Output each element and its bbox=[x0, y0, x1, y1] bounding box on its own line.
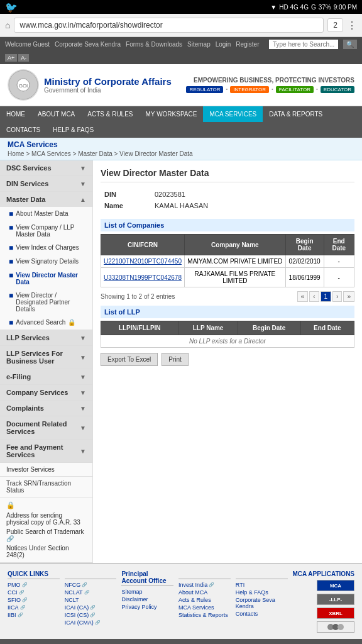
sidebar-item-advanced-search[interactable]: ■ Advanced Search 🔒 bbox=[0, 316, 92, 330]
nav-data-reports[interactable]: DATA & REPORTS bbox=[263, 106, 329, 122]
sidebar-company-services-header[interactable]: Company Services ▼ bbox=[0, 385, 92, 400]
sidebar-section-fee-payment: Fee and Payment Services ▼ bbox=[0, 440, 92, 463]
ql-iica[interactable]: IICA 🔗 bbox=[8, 604, 60, 611]
sidebar-item-about-master[interactable]: ■ About Master Data bbox=[0, 207, 92, 221]
sidebar-section-llp-business: LLP Services For Business User ▼ bbox=[0, 346, 92, 369]
pagination-last[interactable]: » bbox=[343, 291, 354, 302]
llp-app-badge[interactable]: -LLP- bbox=[317, 594, 354, 605]
nav-home[interactable]: HOME bbox=[0, 106, 31, 122]
sidebar-designated-partner-label: View Director / Designated Partner Detai… bbox=[16, 292, 86, 313]
print-button[interactable]: Print bbox=[162, 353, 189, 366]
pagination-page-1[interactable]: 1 bbox=[321, 291, 332, 302]
ql-about-mca[interactable]: About MCA bbox=[178, 589, 231, 596]
mca-app-badge[interactable]: MCA bbox=[317, 580, 354, 591]
pill-separator-1: • bbox=[226, 86, 228, 93]
url-bar[interactable]: www.mca.gov.in/mcaforportal/showdirector bbox=[14, 18, 324, 33]
ql-corp-seva-kendra[interactable]: Corporate Seva Kendra bbox=[236, 597, 288, 609]
sidebar-item-view-company[interactable]: ■ View Company / LLP Master Data bbox=[0, 221, 92, 241]
cin-link-2[interactable]: U33208TN1999PTC042678 bbox=[104, 274, 182, 281]
sidebar-efiling-header[interactable]: e-Filing ▼ bbox=[0, 369, 92, 384]
export-excel-button[interactable]: Export To Excel bbox=[101, 353, 158, 366]
nav-help-faqs[interactable]: HELP & FAQS bbox=[47, 122, 100, 138]
ql-contacts[interactable]: Contacts bbox=[236, 611, 288, 617]
ql-col5-spacer bbox=[236, 570, 288, 579]
ql-icai-ca[interactable]: ICAI (CA) 🔗 bbox=[65, 604, 117, 611]
home-icon[interactable]: ⌂ bbox=[5, 20, 10, 30]
font-increase-button[interactable]: A+ bbox=[5, 54, 17, 62]
page-title: View Director Master Data bbox=[101, 168, 354, 182]
ql-nfcg[interactable]: NFCG 🔗 bbox=[65, 582, 117, 588]
welcome-guest-link[interactable]: Welcome Guest bbox=[5, 41, 50, 48]
corporate-seva-kendra-link[interactable]: Corporate Seva Kendra bbox=[55, 41, 121, 48]
login-link[interactable]: Login bbox=[216, 41, 231, 48]
sidebar-notices-link[interactable]: Notices Under Section 248(2) bbox=[6, 545, 86, 558]
ql-stats-reports[interactable]: Statistics & Reports bbox=[178, 612, 231, 618]
ql-pmo[interactable]: PMO 🔗 bbox=[8, 582, 60, 588]
sidebar-investor-header[interactable]: Investor Services bbox=[0, 463, 92, 476]
ql-iibi[interactable]: IIBI 🔗 bbox=[8, 612, 60, 618]
ql-help-faqs[interactable]: Help & FAQs bbox=[236, 589, 288, 596]
nav-my-workspace[interactable]: MY WORKSPACE bbox=[140, 106, 204, 122]
sidebar-doc-related-label: Document Related Services bbox=[6, 420, 80, 435]
sidebar-llp-business-header[interactable]: LLP Services For Business User ▼ bbox=[0, 346, 92, 369]
sidebar-llp-header[interactable]: LLP Services ▼ bbox=[0, 330, 92, 345]
company-name-1: MAIYAM.COM PRIVATE LIMITED bbox=[184, 255, 285, 268]
pagination-next[interactable]: › bbox=[332, 291, 342, 302]
sidebar-complaints-header[interactable]: Complaints ▼ bbox=[0, 401, 92, 416]
ql-sitemap[interactable]: Sitemap bbox=[121, 589, 173, 595]
sidebar-doc-related-header[interactable]: Document Related Services ▼ bbox=[0, 416, 92, 439]
nav-about-mca[interactable]: ABOUT MCA bbox=[31, 106, 81, 122]
cin-link-1[interactable]: U22100TN2010PTC074450 bbox=[104, 258, 182, 265]
nav-acts-rules[interactable]: ACTS & RULES bbox=[81, 106, 139, 122]
pagination-first[interactable]: « bbox=[297, 291, 309, 302]
top-nav: Welcome Guest Corporate Seva Kendra Form… bbox=[0, 37, 362, 64]
ql-mca-services[interactable]: MCA Services bbox=[178, 604, 231, 611]
ql-privacy[interactable]: Privacy Policy bbox=[121, 604, 173, 610]
forms-downloads-link[interactable]: Forms & Downloads bbox=[126, 41, 182, 48]
sidebar-item-view-director[interactable]: ■ View Director Master Data bbox=[0, 269, 92, 289]
font-decrease-button[interactable]: A- bbox=[18, 54, 29, 62]
col-llp-begin: Begin Date bbox=[238, 321, 300, 335]
search-input[interactable] bbox=[269, 40, 338, 49]
sidebar-fee-payment-label: Fee and Payment Services bbox=[6, 443, 80, 458]
sidebar-master-header[interactable]: Master Data ▲ bbox=[0, 192, 92, 207]
ql-nclat[interactable]: NCLAT 🔗 bbox=[65, 589, 117, 596]
sidebar-item-signatory[interactable]: ■ View Signatory Details bbox=[0, 255, 92, 269]
sidebar-section-company-services: Company Services ▼ bbox=[0, 385, 92, 401]
ql-sfio[interactable]: SFIO 🔗 bbox=[8, 597, 60, 603]
sidebar-item-designated-partner[interactable]: ■ View Director / Designated Partner Det… bbox=[0, 289, 92, 316]
ql-icai-cma[interactable]: ICAI (CMA) 🔗 bbox=[65, 619, 117, 626]
tab-count[interactable]: 2 bbox=[327, 18, 343, 32]
ql-acts-rules[interactable]: Acts & Rules bbox=[178, 597, 231, 603]
ql-invest-india[interactable]: Invest India 🔗 bbox=[178, 582, 231, 588]
end-date-1: - bbox=[324, 255, 354, 268]
misc-app-badge[interactable] bbox=[317, 621, 354, 633]
master-collapse-icon: ▲ bbox=[80, 196, 86, 203]
sidebar-gar-link[interactable]: Address for sending physical copy of G.A… bbox=[6, 512, 86, 528]
ql-cci[interactable]: CCI 🔗 bbox=[8, 589, 60, 596]
svg-text:GOI: GOI bbox=[19, 83, 28, 89]
sidebar-item-charges[interactable]: ■ View Index of Charges bbox=[0, 241, 92, 255]
sidebar-din-header[interactable]: DIN Services ▼ bbox=[0, 176, 92, 191]
sidebar-section-llp: LLP Services ▼ bbox=[0, 330, 92, 346]
search-button[interactable]: 🔍 bbox=[343, 40, 357, 49]
sidebar-trademark-link[interactable]: Public Search of Trademark 🔗 bbox=[6, 528, 86, 545]
ql-icsi-cs[interactable]: ICSI (CS) 🔗 bbox=[65, 612, 117, 618]
sitemap-link[interactable]: Sitemap bbox=[187, 41, 211, 48]
register-link[interactable]: Register bbox=[236, 41, 259, 48]
pagination-buttons: « ‹ 1 › » bbox=[297, 291, 354, 302]
ql-nclt[interactable]: NCLT bbox=[65, 597, 117, 603]
llp-business-collapse-icon: ▼ bbox=[80, 354, 86, 361]
xbrl-app-badge[interactable]: XBRL bbox=[317, 608, 354, 619]
sidebar-dsc-header[interactable]: DSC Services ▼ bbox=[0, 160, 92, 175]
sidebar-fee-payment-header[interactable]: Fee and Payment Services ▼ bbox=[0, 440, 92, 462]
sidebar-section-investor: Investor Services bbox=[0, 463, 92, 477]
pagination-prev[interactable]: ‹ bbox=[309, 291, 319, 302]
nav-contacts[interactable]: CONTACTS bbox=[0, 122, 47, 138]
sidebar-company-services-label: Company Services bbox=[6, 389, 68, 396]
nav-mca-services[interactable]: MCA SERVICES bbox=[203, 106, 263, 122]
ql-disclaimer[interactable]: Disclaimer bbox=[121, 596, 173, 602]
browser-menu-icon[interactable]: ⋮ bbox=[347, 19, 357, 31]
ql-rti[interactable]: RTI bbox=[236, 582, 288, 588]
sidebar-track-srn-header[interactable]: Track SRN/Transaction Status bbox=[0, 477, 92, 497]
